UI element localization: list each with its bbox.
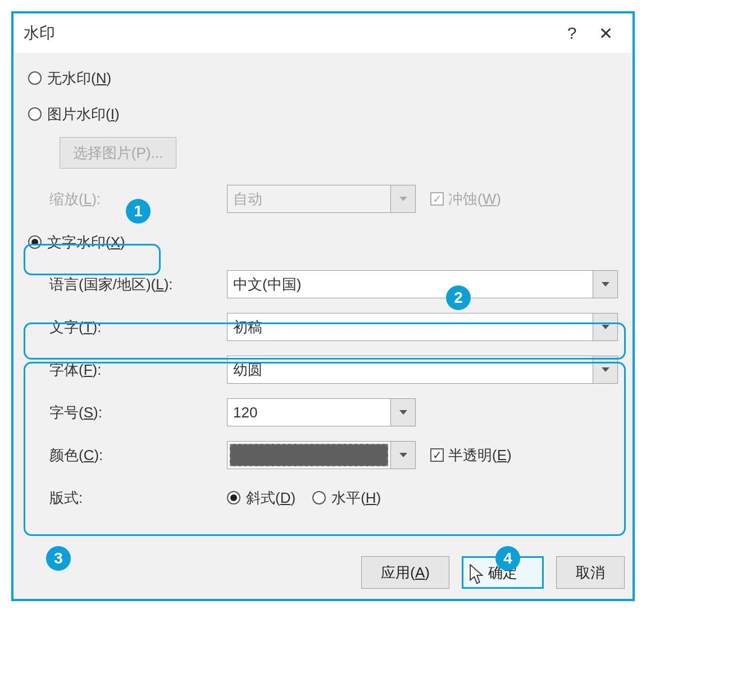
text-combobox[interactable]: 初稿: [227, 313, 618, 341]
chevron-down-icon[interactable]: [593, 313, 617, 340]
color-combobox[interactable]: [227, 441, 416, 469]
language-label: 语言(国家/地区)(L):: [49, 275, 227, 294]
layout-diagonal-label: 斜式(D): [246, 488, 295, 508]
layout-horizontal-label: 水平(H): [331, 488, 381, 508]
language-row: 语言(国家/地区)(L): 中文(中国): [28, 263, 618, 306]
font-row: 字体(F): 幼圆: [28, 348, 618, 391]
cancel-label: 取消: [576, 563, 605, 583]
semitransparent-checkbox[interactable]: [430, 448, 444, 462]
cursor-icon: [468, 564, 485, 585]
annotation-badge-3: 3: [46, 546, 71, 571]
text-row: 文字(T): 初稿: [28, 306, 618, 348]
radio-picture-watermark[interactable]: 图片水印(I): [28, 99, 618, 129]
watermark-dialog: 水印 ? ✕ 无水印(N) 图片水印(I) 选择图片(P)... 缩放(L): …: [11, 11, 635, 601]
annotation-badge-2: 2: [446, 285, 471, 310]
washout-checkbox: [430, 192, 444, 206]
font-combobox[interactable]: 幼圆: [227, 356, 618, 384]
layout-diagonal-radio[interactable]: 斜式(D): [227, 483, 295, 513]
apply-button[interactable]: 应用(A): [361, 556, 449, 589]
chevron-down-icon[interactable]: [390, 399, 415, 426]
text-value: 初稿: [228, 313, 593, 340]
scale-value: 自动: [228, 185, 390, 212]
layout-row: 版式: 斜式(D) 水平(H): [28, 476, 618, 519]
help-icon[interactable]: ?: [555, 16, 589, 50]
font-value: 幼圆: [228, 356, 593, 383]
font-label: 字体(F):: [49, 360, 227, 380]
radio-icon: [28, 107, 42, 121]
size-value: 120: [228, 399, 390, 426]
color-label: 颜色(C):: [49, 446, 227, 465]
chevron-down-icon: [390, 185, 415, 212]
radio-icon: [227, 491, 240, 504]
radio-no-watermark[interactable]: 无水印(N): [28, 63, 618, 93]
dialog-buttons: 应用(A) 确定 取消: [361, 556, 625, 589]
select-picture-button: 选择图片(P)...: [60, 137, 176, 169]
close-icon[interactable]: ✕: [589, 16, 622, 50]
title-bar: 水印 ? ✕: [13, 13, 633, 53]
radio-icon: [312, 491, 326, 504]
washout-label: 冲蚀(W): [448, 189, 501, 209]
size-combobox[interactable]: 120: [227, 398, 416, 426]
chevron-down-icon[interactable]: [593, 271, 617, 298]
dialog-body: 无水印(N) 图片水印(I) 选择图片(P)... 缩放(L): 自动 冲蚀(W…: [13, 53, 633, 519]
text-label: 文字(T):: [49, 317, 227, 337]
layout-horizontal-radio[interactable]: 水平(H): [312, 483, 381, 513]
scale-combobox: 自动: [227, 185, 416, 213]
scale-row: 缩放(L): 自动 冲蚀(W): [28, 178, 618, 220]
language-combobox[interactable]: 中文(中国): [227, 270, 618, 298]
radio-picture-watermark-label: 图片水印(I): [47, 104, 120, 124]
apply-label: 应用(A): [381, 563, 430, 583]
language-value: 中文(中国): [228, 271, 593, 298]
layout-label: 版式:: [49, 488, 227, 508]
radio-icon: [28, 71, 42, 85]
dialog-title: 水印: [24, 22, 555, 44]
chevron-down-icon[interactable]: [593, 356, 617, 383]
cancel-button[interactable]: 取消: [556, 556, 625, 589]
semitransparent-label: 半透明(E): [448, 446, 512, 465]
radio-icon: [28, 235, 42, 249]
chevron-down-icon[interactable]: [390, 442, 415, 469]
radio-text-watermark[interactable]: 文字水印(X): [28, 227, 618, 257]
select-picture-label: 选择图片(P)...: [73, 143, 163, 163]
size-row: 字号(S): 120: [28, 391, 618, 434]
annotation-badge-4: 4: [495, 546, 520, 571]
color-swatch: [230, 444, 388, 466]
annotation-badge-1: 1: [126, 199, 151, 224]
radio-no-watermark-label: 无水印(N): [47, 69, 111, 88]
color-row: 颜色(C): 半透明(E): [28, 434, 618, 476]
radio-text-watermark-label: 文字水印(X): [47, 233, 125, 252]
size-label: 字号(S):: [49, 403, 227, 422]
